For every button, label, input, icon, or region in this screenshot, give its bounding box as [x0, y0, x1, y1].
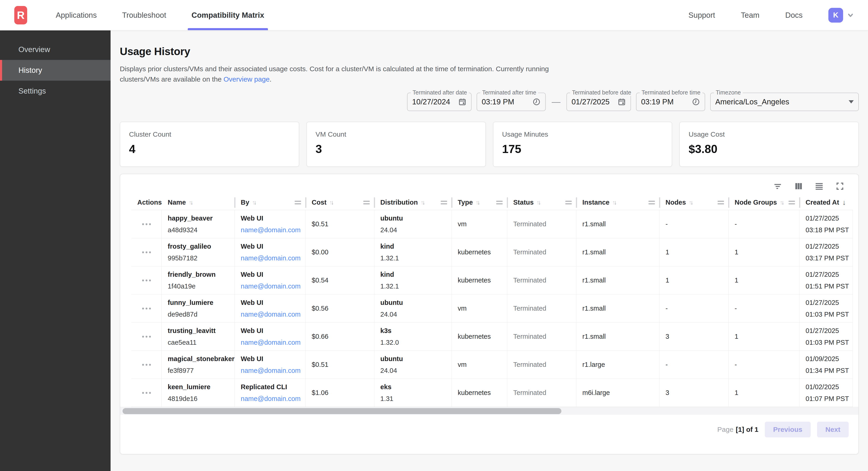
- column-header-node-groups[interactable]: Node Groups↑↓: [728, 195, 800, 210]
- column-header-type[interactable]: Type↑↓: [452, 195, 507, 210]
- node-groups-cell: 1: [728, 323, 800, 351]
- more-actions-icon[interactable]: [140, 277, 153, 284]
- more-actions-icon[interactable]: [140, 221, 153, 228]
- column-resize-handle-icon[interactable]: [788, 201, 795, 204]
- instance-value: r1.small: [582, 333, 655, 340]
- nav-link-support[interactable]: Support: [688, 11, 715, 20]
- column-resize-handle-icon[interactable]: [496, 201, 503, 204]
- email-link[interactable]: name@domain.com: [241, 395, 301, 403]
- distribution-cell: ubuntu24.04: [374, 351, 452, 379]
- nav-link-team[interactable]: Team: [741, 11, 760, 20]
- column-resize-handle-icon[interactable]: [441, 201, 447, 204]
- terminated-before-time-field[interactable]: Terminated before time 03:19 PM: [636, 93, 705, 111]
- column-label: Name: [168, 199, 186, 206]
- sort-icon[interactable]: ↑↓: [189, 199, 193, 206]
- tab-compatibility-matrix[interactable]: Compatibility Matrix: [188, 0, 268, 30]
- description-line2: clusters/VMs are available on the: [120, 75, 223, 83]
- account-menu-button[interactable]: K: [828, 8, 855, 23]
- cluster-id: 1f40a19e: [168, 283, 230, 290]
- more-actions-icon[interactable]: [140, 361, 153, 368]
- sidebar-item-history[interactable]: History: [0, 60, 111, 81]
- column-resize-handle-icon[interactable]: [363, 201, 370, 204]
- sort-icon[interactable]: ↑↓: [780, 199, 784, 206]
- column-header-actions[interactable]: Actions: [131, 195, 162, 210]
- stat-label: Usage Minutes: [502, 130, 663, 138]
- column-resize-handle-icon[interactable]: [648, 201, 655, 204]
- columns-icon[interactable]: [793, 181, 804, 191]
- column-header-name[interactable]: Name↑↓: [162, 195, 235, 210]
- density-icon[interactable]: [814, 181, 824, 191]
- column-resize-handle-icon[interactable]: [718, 201, 724, 204]
- more-actions-icon[interactable]: [140, 390, 153, 396]
- main-content: Usage History Displays prior clusters/VM…: [111, 30, 868, 471]
- tab-troubleshoot[interactable]: Troubleshoot: [118, 0, 170, 30]
- cluster-name: magical_stonebraker: [168, 355, 230, 363]
- sort-desc-icon[interactable]: ↓: [842, 198, 846, 207]
- clock-icon[interactable]: [692, 98, 700, 106]
- created-time: 03:18 PM PST: [806, 226, 848, 234]
- sort-icon[interactable]: ↑↓: [421, 199, 425, 206]
- calendar-icon[interactable]: [458, 98, 466, 106]
- nodes-cell: 1: [659, 238, 728, 266]
- node-groups-value: 1: [735, 276, 795, 284]
- column-resize-handle-icon[interactable]: [294, 201, 301, 204]
- sort-icon[interactable]: ↑↓: [689, 199, 693, 206]
- sort-icon[interactable]: ↑↓: [252, 199, 257, 206]
- type-value: kubernetes: [458, 333, 503, 340]
- terminated-after-time-field[interactable]: Terminated after time 03:19 PM: [476, 93, 546, 111]
- email-link[interactable]: name@domain.com: [241, 283, 301, 290]
- name-cell: trusting_leavittcae5ea11: [162, 323, 235, 351]
- sort-down-arrow-icon: ↓: [254, 199, 257, 206]
- filter-icon[interactable]: [773, 181, 783, 191]
- distribution-name: kind: [380, 243, 447, 250]
- column-header-created-at[interactable]: Created At↓: [800, 195, 853, 210]
- terminated-after-date-field[interactable]: Terminated after date 10/27/2024: [407, 93, 471, 111]
- column-header-distribution[interactable]: Distribution↑↓: [374, 195, 452, 210]
- column-resize-handle-icon[interactable]: [565, 201, 572, 204]
- type-cell: vm: [452, 294, 507, 322]
- instance-cell: r1.small: [576, 266, 659, 294]
- column-header-by[interactable]: By↑↓: [235, 195, 306, 210]
- sidebar-item-overview[interactable]: Overview: [0, 39, 111, 60]
- cluster-name: funny_lumiere: [168, 299, 230, 306]
- next-page-button[interactable]: Next: [817, 422, 849, 437]
- column-header-nodes[interactable]: Nodes↑↓: [659, 195, 728, 210]
- column-header-status[interactable]: Status↑↓: [507, 195, 576, 210]
- more-actions-icon[interactable]: [140, 333, 153, 340]
- horizontal-scrollbar-track[interactable]: [120, 407, 858, 415]
- fullscreen-icon[interactable]: [835, 181, 845, 191]
- terminated-before-date-field[interactable]: Terminated before date 01/27/2025: [566, 93, 631, 111]
- column-header-instance[interactable]: Instance↑↓: [576, 195, 659, 210]
- more-actions-icon[interactable]: [140, 249, 153, 256]
- sidebar-item-settings[interactable]: Settings: [0, 81, 111, 101]
- column-label: Distribution: [380, 199, 418, 206]
- sort-icon[interactable]: ↑↓: [536, 199, 541, 206]
- email-link[interactable]: name@domain.com: [241, 311, 301, 318]
- calendar-icon[interactable]: [618, 98, 626, 106]
- nodes-value: 1: [665, 248, 724, 256]
- sort-down-arrow-icon: ↓: [331, 199, 334, 206]
- sort-icon[interactable]: ↑↓: [329, 199, 334, 206]
- email-link[interactable]: name@domain.com: [241, 367, 301, 375]
- email-link[interactable]: name@domain.com: [241, 255, 301, 262]
- cluster-id: fe3f8977: [168, 367, 230, 375]
- clock-icon[interactable]: [532, 98, 541, 106]
- nav-link-docs[interactable]: Docs: [785, 11, 803, 20]
- sort-icon[interactable]: ↑↓: [476, 199, 480, 206]
- email-link[interactable]: name@domain.com: [241, 339, 301, 346]
- replicated-logo[interactable]: R: [14, 6, 27, 24]
- distribution-version: 24.04: [380, 367, 447, 375]
- sort-icon[interactable]: ↑↓: [612, 199, 617, 206]
- previous-page-button[interactable]: Previous: [765, 422, 811, 437]
- overview-page-link[interactable]: Overview page: [223, 75, 270, 83]
- cluster-id: cae5ea11: [168, 339, 230, 346]
- tab-applications[interactable]: Applications: [52, 0, 100, 30]
- column-header-cost[interactable]: Cost↑↓: [306, 195, 374, 210]
- horizontal-scrollbar-thumb[interactable]: [123, 408, 561, 414]
- email-link[interactable]: name@domain.com: [241, 226, 301, 234]
- status-value: Terminated: [513, 305, 572, 312]
- page-indicator: Page[1] of 1: [717, 425, 758, 434]
- stat-card-cluster-count: Cluster Count 4: [120, 122, 299, 167]
- timezone-select[interactable]: Timezone America/Los_Angeles: [710, 93, 859, 111]
- more-actions-icon[interactable]: [140, 305, 153, 312]
